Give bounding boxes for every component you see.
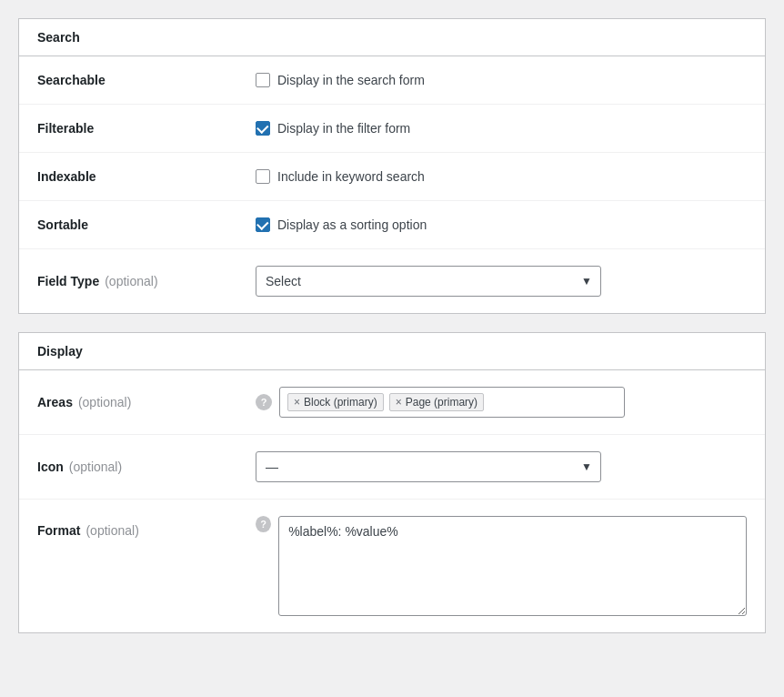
filterable-checkbox-label: Display in the filter form xyxy=(277,121,410,136)
areas-help-icon[interactable]: ? xyxy=(256,394,272,410)
icon-label: Icon (optional) xyxy=(37,460,256,474)
filterable-checkbox[interactable] xyxy=(256,121,270,136)
areas-row: Areas (optional) ? × Block (primary) × P… xyxy=(19,370,765,435)
tag-page-primary: × Page (primary) xyxy=(389,393,484,411)
search-section-title: Search xyxy=(19,19,765,56)
tag-block-primary-label: Block (primary) xyxy=(304,396,377,409)
searchable-checkbox[interactable] xyxy=(256,73,270,87)
display-section: Display Areas (optional) ? × Block (prim… xyxy=(18,332,766,633)
icon-select[interactable]: — Star Heart Flag xyxy=(256,451,601,482)
icon-control: — Star Heart Flag ▼ xyxy=(256,451,747,482)
format-help-icon[interactable]: ? xyxy=(256,516,271,532)
icon-row: Icon (optional) — Star Heart Flag ▼ xyxy=(19,435,765,500)
format-control: ? xyxy=(256,516,747,616)
field-type-optional: (optional) xyxy=(105,274,157,288)
field-type-select[interactable]: Select Text Number Date Boolean xyxy=(256,266,601,297)
format-row: Format (optional) ? xyxy=(19,500,765,632)
indexable-checkbox-label: Include in keyword search xyxy=(277,169,425,184)
tag-page-primary-remove[interactable]: × xyxy=(396,396,402,409)
sortable-checkbox-label: Display as a sorting option xyxy=(277,217,427,232)
tag-block-primary-remove[interactable]: × xyxy=(294,396,300,409)
format-textarea[interactable] xyxy=(278,516,747,616)
field-type-control: Select Text Number Date Boolean ▼ xyxy=(256,266,747,297)
display-section-body: Areas (optional) ? × Block (primary) × P… xyxy=(19,370,765,632)
indexable-checkbox[interactable] xyxy=(256,169,270,184)
tag-block-primary: × Block (primary) xyxy=(287,393,384,411)
sortable-checkbox[interactable] xyxy=(256,217,270,232)
filterable-checkbox-wrapper[interactable]: Display in the filter form xyxy=(256,121,410,136)
sortable-label: Sortable xyxy=(37,217,256,232)
sortable-control: Display as a sorting option xyxy=(256,217,747,232)
searchable-row: Searchable Display in the search form xyxy=(19,56,765,105)
filterable-row: Filterable Display in the filter form xyxy=(19,105,765,153)
searchable-control: Display in the search form xyxy=(256,73,747,87)
indexable-label: Indexable xyxy=(37,169,256,184)
sortable-row: Sortable Display as a sorting option xyxy=(19,201,765,249)
searchable-label: Searchable xyxy=(37,73,256,87)
areas-optional: (optional) xyxy=(78,395,131,409)
display-section-title: Display xyxy=(19,333,765,370)
filterable-control: Display in the filter form xyxy=(256,121,747,136)
areas-label: Areas (optional) xyxy=(37,395,256,409)
search-section-body: Searchable Display in the search form Fi… xyxy=(19,56,765,313)
searchable-checkbox-label: Display in the search form xyxy=(277,73,425,87)
format-optional: (optional) xyxy=(85,523,138,538)
format-label: Format (optional) xyxy=(37,516,256,538)
indexable-checkbox-wrapper[interactable]: Include in keyword search xyxy=(256,169,425,184)
searchable-checkbox-wrapper[interactable]: Display in the search form xyxy=(256,73,425,87)
filterable-label: Filterable xyxy=(37,121,256,136)
indexable-row: Indexable Include in keyword search xyxy=(19,153,765,201)
indexable-control: Include in keyword search xyxy=(256,169,747,184)
field-type-select-wrapper: Select Text Number Date Boolean ▼ xyxy=(256,266,601,297)
areas-control: ? × Block (primary) × Page (primary) xyxy=(256,387,747,418)
tag-page-primary-label: Page (primary) xyxy=(406,396,477,409)
field-type-label: Field Type (optional) xyxy=(37,274,256,288)
areas-tags-input[interactable]: × Block (primary) × Page (primary) xyxy=(279,387,625,418)
icon-optional: (optional) xyxy=(69,460,122,474)
sortable-checkbox-wrapper[interactable]: Display as a sorting option xyxy=(256,217,427,232)
field-type-row: Field Type (optional) Select Text Number… xyxy=(19,249,765,313)
icon-select-wrapper: — Star Heart Flag ▼ xyxy=(256,451,601,482)
search-section: Search Searchable Display in the search … xyxy=(18,18,766,314)
